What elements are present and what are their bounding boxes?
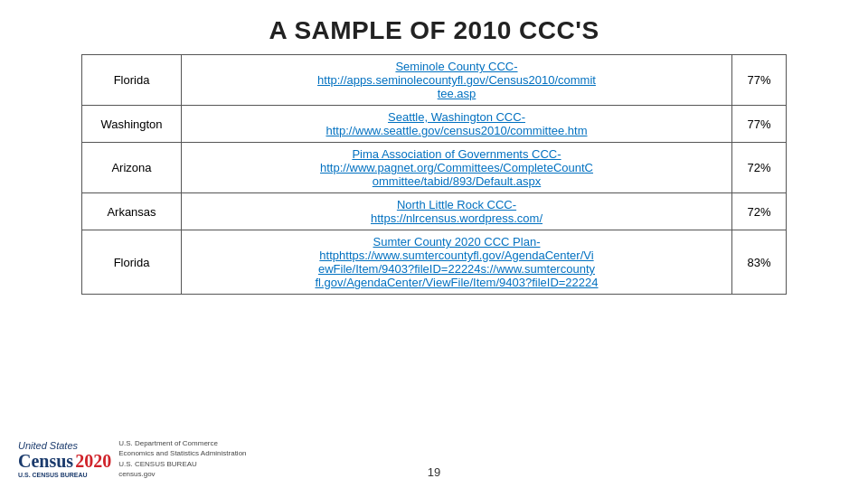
link-text: http://apps.seminolecountyfl.gov/Census2… — [317, 73, 596, 87]
table-row: FloridaSumter County 2020 CCC Plan-httph… — [82, 230, 787, 295]
link-text: tee.asp — [438, 87, 476, 100]
link-cell: Seattle, Washington CCC-http://www.seatt… — [182, 106, 732, 143]
ccc-table: FloridaSeminole County CCC-http://apps.s… — [81, 54, 787, 295]
census-year: 2020 — [75, 451, 111, 472]
link-text: Seminole County CCC- — [395, 60, 517, 73]
dept-info: U.S. Department of Commerce Economics an… — [118, 438, 246, 479]
table-row: ArizonaPima Association of Governments C… — [82, 143, 787, 193]
link-text: https://nlrcensus.wordpress.com/ — [371, 211, 542, 225]
link-text: North Little Rock CCC- — [397, 198, 516, 211]
state-cell: Arizona — [82, 143, 182, 193]
link-text: Sumter County 2020 CCC Plan- — [373, 235, 541, 249]
census-logo: United States Census 2020 U.S. CENSUS BU… — [18, 440, 111, 478]
census-bureau-label: U.S. CENSUS BUREAU — [18, 472, 88, 478]
link-cell: Seminole County CCC-http://apps.seminole… — [182, 55, 732, 106]
state-cell: Florida — [82, 55, 182, 106]
link-text: ommittee/tabid/893/Default.aspx — [373, 174, 541, 188]
census-word: Census — [18, 451, 73, 472]
link-cell: North Little Rock CCC-https://nlrcensus.… — [182, 193, 732, 230]
page: A SAMPLE OF 2010 CCC'S FloridaSeminole C… — [0, 0, 868, 488]
state-cell: Florida — [82, 230, 182, 295]
page-number: 19 — [428, 465, 440, 479]
state-cell: Washington — [82, 106, 182, 143]
pct-cell: 72% — [732, 143, 787, 193]
pct-cell: 72% — [732, 193, 787, 230]
link-cell: Pima Association of Governments CCC-http… — [182, 143, 732, 193]
link-cell: Sumter County 2020 CCC Plan-httphttps://… — [182, 230, 732, 295]
state-cell: Arkansas — [82, 193, 182, 230]
link-text: fl.gov/AgendaCenter/ViewFile/Item/9403?f… — [315, 276, 598, 289]
link-text: httphttps://www.sumtercountyfl.gov/Agend… — [319, 249, 593, 262]
link-text: Pima Association of Governments CCC- — [352, 147, 561, 161]
pct-cell: 77% — [732, 106, 787, 143]
link-text: Seattle, Washington CCC- — [388, 110, 525, 124]
link-text: http://www.pagnet.org/Committees/Complet… — [320, 161, 593, 174]
table-row: WashingtonSeattle, Washington CCC-http:/… — [82, 106, 787, 143]
link-text: http://www.seattle.gov/census2010/commit… — [326, 124, 587, 137]
pct-cell: 83% — [732, 230, 787, 295]
table-row: FloridaSeminole County CCC-http://apps.s… — [82, 55, 787, 106]
page-title: A SAMPLE OF 2010 CCC'S — [269, 16, 599, 45]
footer-left: United States Census 2020 U.S. CENSUS BU… — [18, 438, 247, 479]
pct-cell: 77% — [732, 55, 787, 106]
link-text: ewFile/Item/9403?fileID=22224s://www.sum… — [318, 262, 595, 276]
table-row: ArkansasNorth Little Rock CCC-https://nl… — [82, 193, 787, 230]
